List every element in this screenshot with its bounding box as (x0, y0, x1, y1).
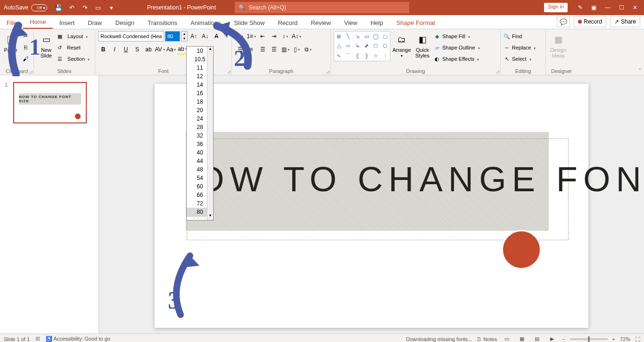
bold-button[interactable]: B (98, 44, 108, 55)
shape-star-icon[interactable]: ☆ (372, 51, 381, 61)
ribbon-display-icon[interactable]: ▣ (591, 4, 596, 11)
find-button[interactable]: 🔍Find (504, 31, 536, 41)
undo-icon[interactable]: ↶ (68, 4, 75, 11)
shape-line-icon[interactable]: ╲ (344, 32, 353, 41)
sign-in-button[interactable]: Sign in (544, 3, 568, 12)
align-right-button[interactable]: ☰ (257, 44, 268, 55)
change-case-button[interactable]: Aa (166, 44, 176, 55)
tab-draw[interactable]: Draw (81, 17, 108, 29)
replace-button[interactable]: ↔Replace (504, 42, 536, 53)
text-direction-button[interactable]: A↕ (291, 31, 302, 41)
present-icon[interactable]: ▭ (94, 4, 102, 11)
shape-freeform-icon[interactable]: ⦃ (353, 51, 362, 61)
tab-transitions[interactable]: Transitions (141, 17, 184, 29)
normal-view-button[interactable]: ▭ (502, 335, 512, 342)
font-name-input[interactable] (98, 31, 164, 41)
maximize-icon[interactable]: ☐ (619, 4, 624, 11)
reading-view-button[interactable]: ▤ (532, 335, 542, 342)
quick-styles-button[interactable]: ◧ Quick Styles (413, 31, 432, 68)
shapes-more-icon[interactable]: ⋮ (380, 51, 390, 61)
autosave-state[interactable]: Off ● (31, 4, 47, 11)
layout-button[interactable]: ▦ Layout (58, 31, 90, 41)
scroll-down-icon[interactable]: ▼ (207, 213, 213, 220)
shape-block-arrow-icon[interactable]: ⬈ (362, 41, 372, 51)
design-ideas-button[interactable]: ▦ Design Ideas (549, 31, 568, 68)
slide-headline[interactable]: OW TO CHANGE FONT SIZE (197, 159, 644, 199)
font-size-input[interactable] (165, 31, 180, 41)
fit-to-window-button[interactable]: ⛶ (635, 336, 640, 342)
zoom-out-button[interactable]: − (562, 336, 565, 342)
select-button[interactable]: ↖Select (504, 54, 536, 64)
autosave-toggle[interactable]: AutoSave Off ● (0, 4, 51, 11)
text-shadow-button[interactable]: ab (143, 44, 154, 55)
strikethrough-button[interactable]: S (132, 44, 142, 55)
shape-rect-icon[interactable]: ▭ (362, 32, 372, 41)
shape-triangle-icon[interactable]: △ (334, 41, 344, 51)
underline-button[interactable]: U (121, 44, 131, 55)
save-icon[interactable]: 💾 (55, 4, 62, 11)
shape-brace-icon[interactable]: ⦄ (362, 51, 372, 61)
grow-font-button[interactable]: A↑ (189, 31, 199, 41)
paragraph-dialog-launcher[interactable]: ◿ (326, 69, 330, 74)
slide[interactable]: OW TO CHANGE FONT SIZE 3 (155, 84, 588, 328)
tab-view[interactable]: View (338, 17, 364, 29)
search-box[interactable]: 🔍 Search (Alt+Q) (235, 2, 409, 13)
close-icon[interactable]: ✕ (633, 4, 637, 11)
shape-outline-button[interactable]: ▱Shape Outline (434, 42, 480, 53)
tab-design[interactable]: Design (109, 17, 141, 29)
comments-button[interactable]: 💬 (557, 16, 570, 27)
slide-thumbnails-panel[interactable]: 1 HOW TO CHANGE FONT SIZE (0, 75, 99, 334)
drawing-dialog-launcher[interactable]: ◿ (496, 69, 499, 74)
share-button[interactable]: ↗Share (610, 16, 640, 27)
tab-help[interactable]: Help (364, 17, 390, 29)
tab-record[interactable]: Record (271, 17, 304, 29)
touch-mode-icon[interactable]: ✎ (578, 4, 583, 11)
shape-textbox-icon[interactable]: ⊞ (334, 32, 344, 41)
minimize-icon[interactable]: — (605, 4, 611, 11)
shape-pentagon-icon[interactable]: ⬠ (372, 41, 381, 51)
shape-connector-icon[interactable]: ↳ (353, 41, 362, 51)
tab-shape-format[interactable]: Shape Format (390, 17, 442, 29)
shape-arc-icon[interactable]: ⌒ (344, 51, 353, 61)
slide-thumbnail[interactable]: HOW TO CHANGE FONT SIZE (13, 82, 87, 123)
collapse-ribbon-button[interactable]: ˄ (639, 68, 641, 73)
columns-button[interactable]: ▥ (280, 44, 290, 55)
smartart-button[interactable]: ⧉ (303, 44, 313, 55)
reset-button[interactable]: ↺ Reset (58, 42, 90, 53)
increase-indent-button[interactable]: ⇥ (269, 31, 279, 41)
slideshow-view-button[interactable]: ▶ (547, 335, 557, 342)
zoom-percent[interactable]: 72% (620, 336, 630, 342)
decrease-indent-button[interactable]: ⇤ (257, 31, 268, 41)
font-size-dropdown[interactable]: 10 10.5 11 12 14 16 18 20 24 28 32 36 40… (186, 46, 214, 220)
chevron-down-icon[interactable]: ▼ (182, 36, 187, 41)
zoom-in-button[interactable]: + (612, 336, 615, 342)
align-text-button[interactable]: ▯ (291, 44, 302, 55)
shape-oval-icon[interactable]: ◯ (372, 32, 381, 41)
redo-icon[interactable]: ↷ (81, 4, 89, 11)
notes-button[interactable]: 🗒 Notes (477, 336, 497, 342)
chevron-up-icon[interactable]: ▲ (182, 32, 187, 36)
shapes-gallery[interactable]: ⊞╲↘▭◯▢ △⇨↳⬈⬠⬡ ∿⌒⦃⦄☆⋮ (334, 31, 390, 61)
slide-sorter-view-button[interactable]: ▦ (517, 335, 527, 342)
zoom-slider[interactable] (570, 338, 608, 340)
italic-button[interactable]: I (109, 44, 120, 55)
section-button[interactable]: ☰ Section (58, 54, 90, 64)
customize-qat-icon[interactable]: ▾ (107, 4, 115, 11)
shape-effects-button[interactable]: ◐Shape Effects (434, 54, 480, 64)
record-button[interactable]: Record (574, 16, 606, 27)
accessibility-status[interactable]: ♿ Accessibility: Good to go (46, 336, 110, 342)
shape-right-arrow-icon[interactable]: ⇨ (344, 41, 353, 51)
shape-arrow-line-icon[interactable]: ↘ (353, 32, 362, 41)
tab-insert[interactable]: Insert (53, 17, 82, 29)
char-spacing-button[interactable]: AV (155, 44, 165, 55)
font-size-dropdown-button[interactable]: ▲ ▼ (181, 31, 188, 41)
justify-button[interactable]: ☰ (269, 44, 279, 55)
spellcheck-icon[interactable]: ☒ (35, 336, 40, 342)
line-spacing-button[interactable]: ↕ (280, 31, 290, 41)
dropdown-scrollbar[interactable]: ▲ ▼ (207, 47, 213, 220)
shape-curve-icon[interactable]: ∿ (334, 51, 344, 61)
arrange-button[interactable]: 🗂 Arrange▾ (392, 31, 411, 68)
shape-hexagon-icon[interactable]: ⬡ (380, 41, 390, 51)
slide-canvas-area[interactable]: OW TO CHANGE FONT SIZE 3 (99, 75, 644, 334)
shape-fill-button[interactable]: ◆Shape Fill (434, 31, 480, 41)
